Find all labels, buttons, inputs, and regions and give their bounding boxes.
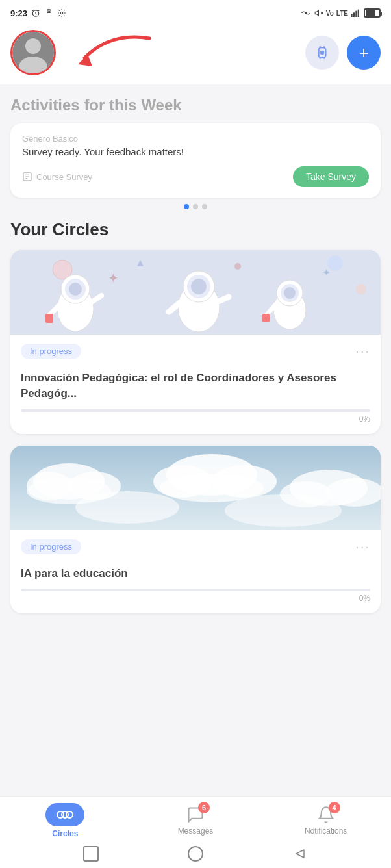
course-survey-text: Course Survey <box>36 172 92 182</box>
circle-card-1-body: In progress ··· Innovación Pedagógica: e… <box>10 335 381 434</box>
circle-card-1-header: In progress ··· <box>21 344 370 365</box>
circle-card-1-progress-bar <box>21 409 370 412</box>
svg-point-32 <box>69 283 82 296</box>
circles-section-title: Your Circles <box>10 220 381 240</box>
main-content: Activities for this Week Género Básico S… <box>0 96 391 729</box>
more-options-2[interactable]: ··· <box>355 539 370 554</box>
svg-point-49 <box>234 263 241 270</box>
svg-text:m: m <box>47 9 51 13</box>
svg-point-3 <box>60 12 63 14</box>
svg-rect-8 <box>353 12 355 17</box>
survey-icon <box>22 172 32 182</box>
avatar-container[interactable] <box>10 30 56 75</box>
circles-nav-label: Circles <box>52 829 78 838</box>
header-area: + <box>0 23 391 84</box>
bottom-navigation: Circles 6 Messages 4 Notifications <box>0 796 391 868</box>
svg-point-4 <box>305 12 307 14</box>
circles-nav-icon <box>56 808 74 822</box>
nav-item-circles[interactable]: Circles <box>42 803 88 838</box>
status-right-icons: Vo LTE <box>300 8 381 18</box>
android-nav-bar <box>0 841 391 864</box>
status-time: 9:23 m <box>10 8 66 18</box>
dot-3 <box>202 204 207 209</box>
svg-rect-10 <box>358 10 359 17</box>
activity-card-subtitle: Género Básico <box>22 134 369 144</box>
settings-icon <box>57 8 66 18</box>
battery-container <box>364 8 381 18</box>
circle-card-1-image: ✦ ✦ <box>10 250 381 335</box>
notifications-icon-wrap: 4 <box>317 806 335 824</box>
activity-card: Género Básico Survey ready. Your feedbac… <box>10 123 381 198</box>
svg-rect-34 <box>45 314 53 323</box>
more-options-1[interactable]: ··· <box>355 344 370 359</box>
svg-point-39 <box>191 279 207 294</box>
circle-card-1: ✦ ✦ In progress ··· Innovación Pedagógic… <box>10 250 381 434</box>
android-square-btn[interactable] <box>83 846 99 862</box>
circle-card-2-progress-pct: 0% <box>21 594 370 603</box>
notification-icon: m <box>44 8 53 18</box>
android-back-btn[interactable] <box>292 846 308 862</box>
link-icon <box>300 8 312 18</box>
activity-card-body: Survey ready. Your feedback matters! <box>22 146 369 157</box>
svg-marker-69 <box>296 850 304 858</box>
arrow-annotation <box>45 29 175 81</box>
activity-card-footer: Course Survey Take Survey <box>22 166 369 187</box>
take-survey-button[interactable]: Take Survey <box>293 166 369 187</box>
svg-point-65 <box>225 494 342 527</box>
course-survey-label: Course Survey <box>22 172 92 182</box>
circle-card-1-title: Innovación Pedagógica: el rol de Coordin… <box>21 370 370 402</box>
add-button[interactable]: + <box>347 36 381 70</box>
activities-section-title: Activities for this Week <box>10 96 381 114</box>
circle-card-2-body: In progress ··· IA para la educación 0% <box>10 530 381 614</box>
signal-icon <box>351 8 361 18</box>
notifications-badge: 4 <box>329 802 340 813</box>
android-home-btn[interactable] <box>188 846 203 862</box>
svg-text:✦: ✦ <box>108 271 119 285</box>
svg-point-68 <box>66 811 73 818</box>
circle-card-2-title: IA para la educación <box>21 566 370 581</box>
svg-point-45 <box>284 287 296 299</box>
astronaut-illustration: ✦ ✦ <box>10 250 381 335</box>
circle-card-2: In progress ··· IA para la educación 0% <box>10 446 381 614</box>
svg-rect-9 <box>355 11 357 17</box>
svg-marker-14 <box>78 55 92 66</box>
muted-icon <box>314 8 323 18</box>
alarm-icon <box>31 8 40 18</box>
nav-item-messages[interactable]: 6 Messages <box>173 806 218 836</box>
clouds-illustration <box>10 446 381 530</box>
circle-card-2-status: In progress <box>21 539 81 554</box>
vo-label: Vo <box>326 10 334 17</box>
watch-icon <box>314 44 331 61</box>
avatar-image <box>12 32 54 73</box>
svg-point-64 <box>75 491 179 524</box>
back-icon <box>295 849 305 859</box>
header-right-buttons: + <box>305 36 381 70</box>
bottom-nav-items: Circles 6 Messages 4 Notifications <box>0 803 391 838</box>
messages-badge: 6 <box>198 802 210 813</box>
svg-point-12 <box>25 38 41 54</box>
circle-card-2-progress-bar <box>21 589 370 591</box>
svg-rect-47 <box>262 314 270 322</box>
circle-card-2-header: In progress ··· <box>21 539 370 561</box>
messages-nav-label: Messages <box>178 826 214 836</box>
circle-card-2-image <box>10 446 381 530</box>
circles-icon <box>45 803 84 826</box>
notifications-nav-label: Notifications <box>305 826 347 836</box>
time-display: 9:23 <box>10 8 27 18</box>
lte-label: LTE <box>336 10 348 17</box>
dot-2 <box>193 204 198 209</box>
svg-rect-7 <box>351 14 353 17</box>
circle-card-1-status: In progress <box>21 344 81 359</box>
svg-point-16 <box>320 51 325 55</box>
dots-indicator <box>10 204 381 209</box>
plus-icon: + <box>359 43 368 63</box>
nav-item-notifications[interactable]: 4 Notifications <box>303 806 349 836</box>
svg-text:✦: ✦ <box>322 267 331 278</box>
svg-point-28 <box>356 284 366 294</box>
status-bar: 9:23 m Vo LTE <box>0 0 391 23</box>
messages-icon-wrap: 6 <box>186 806 205 824</box>
circle-card-1-progress-pct: 0% <box>21 415 370 424</box>
dot-1 <box>184 204 189 209</box>
watch-button[interactable] <box>305 36 339 70</box>
